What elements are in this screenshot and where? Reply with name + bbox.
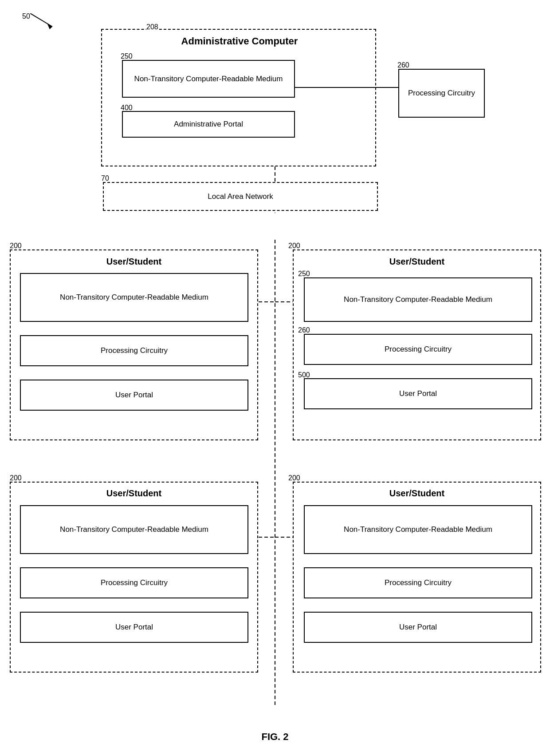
tr-processing-box: Processing Circuitry [304,334,532,365]
bl-processing-box: Processing Circuitry [20,567,248,598]
admin-portal-label: Administrative Portal [174,120,243,129]
admin-non-transitory-box: Non-Transitory Computer-Readable Medium [122,60,295,98]
bl-processing-label: Processing Circuitry [101,578,168,587]
br-portal-box: User Portal [304,612,532,643]
admin-processing-label: Processing Circuitry [408,89,475,98]
admin-processing-box: Processing Circuitry [398,69,485,118]
administrative-computer-box [101,29,376,166]
tl-portal-box: User Portal [20,380,248,411]
admin-portal-box: Administrative Portal [122,111,295,138]
bl-non-transitory-label: Non-Transitory Computer-Readable Medium [60,525,208,534]
tr-portal-box: User Portal [304,378,532,409]
bl-non-transitory-box: Non-Transitory Computer-Readable Medium [20,505,248,554]
ref-250-admin: 250 [121,52,133,60]
tl-non-transitory-label: Non-Transitory Computer-Readable Medium [60,293,208,302]
user-student-title-tr: User/Student [293,257,541,267]
br-non-transitory-box: Non-Transitory Computer-Readable Medium [304,505,532,554]
tr-portal-label: User Portal [399,389,437,398]
bl-portal-box: User Portal [20,612,248,643]
lan-label: Local Area Network [208,192,273,201]
tr-processing-label: Processing Circuitry [385,345,452,354]
ref-200-tl: 200 [10,242,22,250]
br-processing-box: Processing Circuitry [304,567,532,598]
ref-200-br: 200 [288,474,300,482]
tl-portal-label: User Portal [115,391,153,400]
tl-non-transitory-box: Non-Transitory Computer-Readable Medium [20,273,248,322]
tr-non-transitory-box: Non-Transitory Computer-Readable Medium [304,277,532,322]
ref-70: 70 [101,174,109,182]
admin-non-transitory-label: Non-Transitory Computer-Readable Medium [134,75,283,83]
ref-250-tr: 250 [298,270,310,278]
bl-portal-label: User Portal [115,623,153,632]
ref-200-bl: 200 [10,474,22,482]
lan-box: Local Area Network [103,182,378,211]
ref-50: 50 [22,12,30,20]
user-student-title-bl: User/Student [10,488,258,499]
tl-processing-box: Processing Circuitry [20,335,248,366]
br-portal-label: User Portal [399,623,437,632]
user-student-title-tl: User/Student [10,257,258,267]
user-student-title-br: User/Student [293,488,541,499]
ref-200-tr: 200 [288,242,300,250]
ref-208: 208 [146,23,158,31]
figure-label: FIG. 2 [261,731,288,743]
br-processing-label: Processing Circuitry [385,578,452,587]
tl-processing-label: Processing Circuitry [101,346,168,355]
ref-260-tr: 260 [298,326,310,334]
br-non-transitory-label: Non-Transitory Computer-Readable Medium [344,525,492,534]
ref-260-admin: 260 [397,61,409,69]
svg-marker-7 [47,23,52,29]
admin-computer-title: Administrative Computer [142,36,337,47]
tr-non-transitory-label: Non-Transitory Computer-Readable Medium [344,295,492,304]
